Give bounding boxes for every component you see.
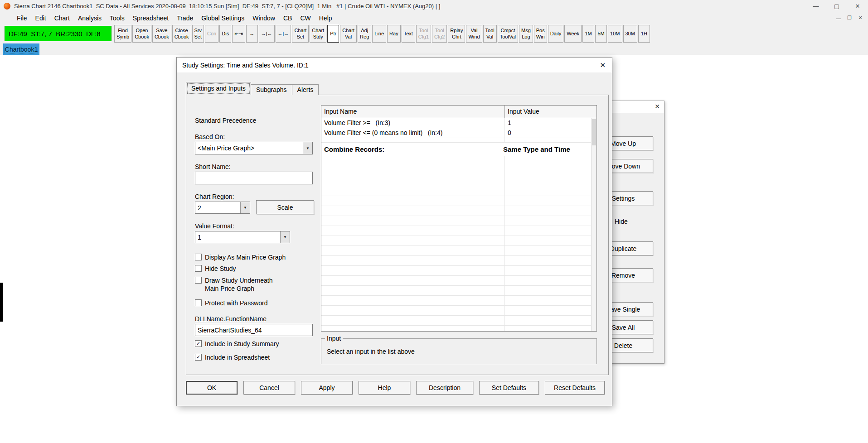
scrollbar-thumb[interactable] xyxy=(592,119,596,145)
input-row-volume-filter-max[interactable]: Volume Filter <= (0 means no limit) (In:… xyxy=(321,128,596,138)
menu-item-help[interactable]: Help xyxy=(315,14,336,23)
open-chartbook-button[interactable]: Open Cbook xyxy=(132,25,151,43)
header-input-name[interactable]: Input Name xyxy=(324,108,357,115)
checkbox-box[interactable] xyxy=(195,265,202,272)
checkbox-box[interactable]: ✓ xyxy=(195,354,202,361)
mdi-restore-icon[interactable]: ❐ xyxy=(844,15,855,21)
disconnect-button[interactable]: Dis xyxy=(219,25,231,43)
timeframe-5min-button[interactable]: 5M xyxy=(595,25,607,43)
table-scrollbar[interactable] xyxy=(591,118,596,331)
maximize-icon[interactable]: ▢ xyxy=(826,0,847,12)
find-symbol-button[interactable]: Find Symb xyxy=(114,25,131,43)
menu-item-cb[interactable]: CB xyxy=(279,14,296,23)
header-input-value[interactable]: Input Value xyxy=(508,108,539,115)
menu-item-spreadsheet[interactable]: Spreadsheet xyxy=(129,14,173,23)
apply-button[interactable]: Apply xyxy=(301,381,353,395)
tab-chartbook1[interactable]: Chartbook1 xyxy=(3,43,39,55)
checkbox-draw-study-underneath[interactable]: Draw Study Underneath Main Price Graph xyxy=(195,276,272,293)
menu-item-trade[interactable]: Trade xyxy=(173,14,197,23)
menu-item-file[interactable]: File xyxy=(13,14,31,23)
mdi-close-icon[interactable]: ✕ xyxy=(855,15,866,21)
timeframe-1hour-button[interactable]: 1H xyxy=(638,25,650,43)
checkbox-display-as-main-price-graph[interactable]: Display As Main Price Graph xyxy=(195,253,286,261)
menu-item-global-settings[interactable]: Global Settings xyxy=(197,14,248,23)
short-name-input[interactable] xyxy=(195,172,313,184)
server-settings-button[interactable]: Srv Set xyxy=(192,25,204,43)
cancel-button[interactable]: Cancel xyxy=(243,381,295,395)
close-icon[interactable]: ✕ xyxy=(655,103,660,110)
tab-subgraphs[interactable]: Subgraphs xyxy=(251,84,292,95)
description-button[interactable]: Description xyxy=(416,381,473,395)
close-icon[interactable]: ✕ xyxy=(600,61,606,69)
values-window-button[interactable]: Val Wind xyxy=(466,25,482,43)
bar-spacing-restore-icon[interactable]: ←|→ xyxy=(276,25,291,43)
checkbox-box[interactable] xyxy=(195,277,202,284)
input-row-volume-filter-min[interactable]: Volume Filter >= (In:3) 1 xyxy=(321,118,596,128)
adjust-region-button[interactable]: Adj Reg xyxy=(358,25,371,43)
checkbox-hide-study[interactable]: Hide Study xyxy=(195,265,236,273)
connect-button[interactable]: Con xyxy=(205,25,218,43)
hide-checkbox-label[interactable]: Hide xyxy=(615,218,628,225)
menu-item-tools[interactable]: Tools xyxy=(106,14,129,23)
dialog-tabs: Settings and Inputs Subgraphs Alerts xyxy=(186,82,319,95)
value-format-select[interactable]: 1 ▼ xyxy=(195,231,290,243)
menu-item-chart[interactable]: Chart xyxy=(50,14,74,23)
help-button[interactable]: Help xyxy=(359,381,410,395)
menu-item-cw[interactable]: CW xyxy=(296,14,315,23)
input-row-combine-records[interactable]: Combine Records: Same Type and Time xyxy=(321,143,596,156)
chart-studies-button[interactable]: Chart Stdy xyxy=(310,25,326,43)
close-chartbook-button[interactable]: Close Cbook xyxy=(172,25,191,43)
chevron-down-icon[interactable]: ▼ xyxy=(280,231,290,243)
minimize-icon[interactable]: — xyxy=(805,0,826,12)
checkbox-box[interactable] xyxy=(195,299,202,306)
checkbox-protect-with-password[interactable]: Protect with Password xyxy=(195,299,268,307)
scale-button[interactable]: Scale xyxy=(256,200,314,214)
bar-spacing-compress-icon[interactable]: →|← xyxy=(259,25,275,43)
set-defaults-button[interactable]: Set Defaults xyxy=(479,381,539,395)
chevron-down-icon[interactable]: ▼ xyxy=(303,142,312,154)
replay-chart-button[interactable]: Rplay Chrt xyxy=(448,25,465,43)
main-toolbar: DF:49 ST:7, 7 BR:2330 DL:8 Find Symb Ope… xyxy=(0,24,868,43)
save-chartbook-button[interactable]: Save Cbook xyxy=(152,25,171,43)
tool-config2-button[interactable]: Tool Cfg2 xyxy=(432,25,447,43)
ok-button[interactable]: OK xyxy=(186,381,238,395)
menu-item-window[interactable]: Window xyxy=(248,14,279,23)
tool-config1-button[interactable]: Tool Cfg1 xyxy=(416,25,431,43)
close-icon[interactable]: ✕ xyxy=(847,0,868,12)
menu-item-analysis[interactable]: Analysis xyxy=(74,14,106,23)
bar-spacing-expand-icon[interactable]: ⇤⇥ xyxy=(232,25,245,43)
chart-values-button[interactable]: Chart Val xyxy=(340,25,357,43)
ray-tool-button[interactable]: Ray xyxy=(387,25,401,43)
pointer-tool-button[interactable]: Ptr xyxy=(327,25,339,43)
tool-values-button[interactable]: Tool Val xyxy=(483,25,497,43)
reset-defaults-button[interactable]: Reset Defaults xyxy=(545,381,605,395)
checkbox-box[interactable] xyxy=(195,254,202,260)
timeframe-daily-button[interactable]: Daily xyxy=(548,25,563,43)
checkbox-box[interactable]: ✓ xyxy=(195,340,202,347)
chevron-down-icon[interactable]: ▼ xyxy=(240,202,250,213)
mdi-minimize-icon[interactable]: — xyxy=(833,15,844,21)
position-window-button[interactable]: Pos Win xyxy=(534,25,547,43)
timeframe-week-button[interactable]: Week xyxy=(564,25,582,43)
input-name: Volume Filter >= (In:3) xyxy=(324,119,390,126)
based-on-select[interactable]: <Main Price Graph> ▼ xyxy=(195,142,313,154)
compact-toolvalues-button[interactable]: Cmpct ToolVal xyxy=(498,25,518,43)
window-title: Sierra Chart 2146 Chartbook1 SC Data - A… xyxy=(14,3,440,10)
timeframe-30min-button[interactable]: 30M xyxy=(623,25,637,43)
checkbox-include-in-study-summary[interactable]: ✓ Include in Study Summary xyxy=(195,340,279,348)
menu-item-edit[interactable]: Edit xyxy=(31,14,50,23)
chart-settings-button[interactable]: Chart Set xyxy=(292,25,309,43)
timeframe-10min-button[interactable]: 10M xyxy=(608,25,622,43)
dll-function-input[interactable]: SierraChartStudies_64 xyxy=(195,324,313,336)
text-tool-button[interactable]: Text xyxy=(402,25,415,43)
tab-alerts[interactable]: Alerts xyxy=(292,84,319,95)
column-divider xyxy=(504,106,505,118)
bar-spacing-auto-icon[interactable]: ↔ xyxy=(246,25,258,43)
dialog-button-row: OK Cancel Apply Help Description Set Def… xyxy=(186,381,605,395)
message-log-button[interactable]: Msg Log xyxy=(519,25,533,43)
tab-settings-and-inputs[interactable]: Settings and Inputs xyxy=(186,82,251,95)
line-tool-button[interactable]: Line xyxy=(372,25,386,43)
checkbox-include-in-spreadsheet[interactable]: ✓ Include in Spreadsheet xyxy=(195,353,270,361)
chart-region-select[interactable]: 2 ▼ xyxy=(195,202,250,214)
timeframe-1min-button[interactable]: 1M xyxy=(582,25,594,43)
